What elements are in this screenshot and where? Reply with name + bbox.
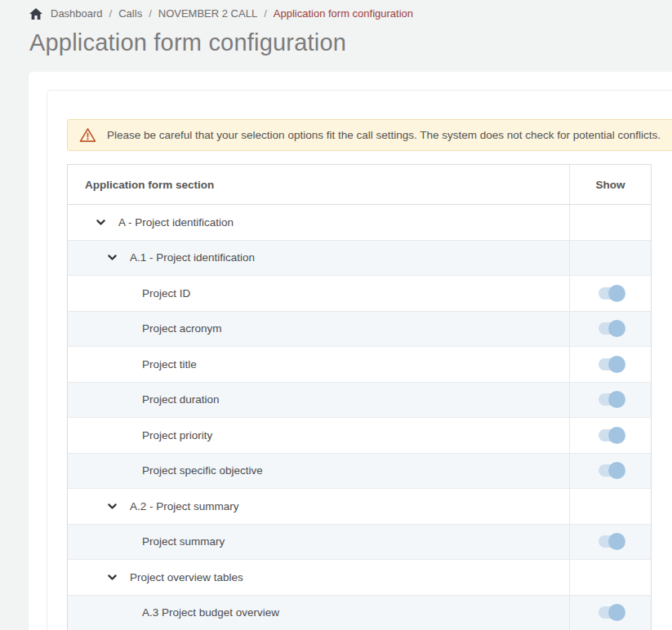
show-toggle[interactable] [599, 535, 622, 548]
warning-text: Please be careful that your selection op… [107, 129, 661, 141]
show-cell [569, 276, 651, 311]
breadcrumb-separator: / [109, 7, 113, 20]
show-cell [569, 489, 651, 524]
show-cell [569, 454, 651, 489]
show-cell [569, 347, 651, 382]
chevron-down-icon[interactable] [107, 572, 118, 583]
section-cell: Project overview tables [68, 560, 569, 595]
section-cell: A.2 - Project summary [68, 489, 569, 524]
section-label: Project specific objective [142, 464, 263, 477]
toggle-knob[interactable] [608, 320, 625, 337]
table-row[interactable]: A - Project identification [68, 205, 651, 241]
breadcrumb: Dashboard/Calls/NOVEMBER 2 CALL/Applicat… [0, 0, 672, 20]
table-row: Project specific objective [68, 454, 651, 490]
table-row: Project ID [68, 276, 651, 312]
warning-banner: Please be careful that your selection op… [67, 119, 672, 151]
table-row: Project summary [68, 525, 651, 561]
toggle-knob[interactable] [608, 462, 625, 479]
section-label: Project duration [142, 393, 220, 406]
application-form-table: Application form section Show A - Projec… [67, 164, 652, 630]
show-cell [569, 596, 651, 630]
page-title: Application form configuration [29, 29, 672, 56]
breadcrumb-separator: / [149, 7, 152, 20]
section-label: A.3 Project budget overview [142, 606, 279, 619]
section-cell: Project acronym [68, 312, 569, 347]
section-label: Project acronym [142, 322, 222, 335]
section-label: Project overview tables [130, 571, 243, 583]
show-cell [569, 241, 651, 276]
table-header-row: Application form section Show [68, 165, 651, 205]
show-toggle[interactable] [599, 464, 622, 477]
section-label: A.2 - Project summary [130, 500, 239, 512]
home-icon[interactable] [29, 8, 42, 20]
table-row[interactable]: A.1 - Project identification [68, 241, 651, 277]
table-row: Project duration [68, 383, 651, 419]
breadcrumb-item[interactable]: Dashboard [51, 7, 103, 20]
table-row[interactable]: Project overview tables [68, 560, 651, 596]
show-cell [569, 560, 651, 595]
section-label: A - Project identification [118, 216, 234, 228]
content-card: Please be careful that your selection op… [29, 72, 672, 630]
show-cell [569, 525, 651, 560]
table-row: Project acronym [68, 312, 651, 348]
section-label: Project priority [142, 429, 212, 441]
section-cell: A.3 Project budget overview [68, 596, 569, 630]
table-body: A - Project identificationA.1 - Project … [68, 205, 651, 630]
section-cell: Project specific objective [68, 454, 569, 489]
show-toggle[interactable] [599, 429, 622, 441]
show-toggle[interactable] [599, 287, 622, 299]
toggle-knob[interactable] [608, 533, 625, 550]
toggle-knob[interactable] [608, 427, 625, 444]
section-cell: A - Project identification [68, 205, 569, 240]
section-label: Project summary [142, 535, 225, 548]
table-row: A.3 Project budget overview [68, 596, 651, 630]
section-label: A.1 - Project identification [130, 251, 255, 264]
table-row[interactable]: A.2 - Project summary [68, 489, 651, 525]
section-label: Project ID [142, 287, 190, 299]
show-cell [569, 418, 651, 453]
toggle-knob[interactable] [608, 356, 625, 373]
breadcrumb-separator: / [264, 7, 267, 20]
section-cell: A.1 - Project identification [68, 241, 569, 276]
chevron-down-icon[interactable] [107, 501, 118, 512]
chevron-down-icon[interactable] [107, 252, 118, 263]
show-cell [569, 383, 651, 418]
page: Dashboard/Calls/NOVEMBER 2 CALL/Applicat… [0, 0, 672, 56]
breadcrumb-item[interactable]: NOVEMBER 2 CALL [158, 7, 257, 20]
chevron-down-icon[interactable] [96, 217, 106, 228]
show-toggle[interactable] [599, 393, 622, 406]
section-cell: Project ID [68, 276, 569, 311]
show-toggle[interactable] [599, 358, 622, 370]
show-toggle[interactable] [599, 606, 622, 619]
table-row: Project title [68, 347, 651, 383]
section-label: Project title [142, 358, 197, 370]
column-header-show: Show [569, 165, 651, 204]
config-panel: Please be careful that your selection op… [47, 90, 672, 630]
toggle-knob[interactable] [608, 391, 625, 408]
show-cell [569, 312, 651, 347]
breadcrumb-items: Dashboard/Calls/NOVEMBER 2 CALL/Applicat… [51, 7, 413, 20]
toggle-knob[interactable] [608, 604, 625, 621]
warning-triangle-icon [79, 127, 96, 143]
show-cell [569, 205, 651, 240]
section-cell: Project title [68, 347, 569, 382]
section-cell: Project priority [68, 418, 569, 453]
section-cell: Project duration [68, 383, 569, 418]
breadcrumb-item: Application form configuration [274, 7, 413, 20]
column-header-section: Application form section [68, 165, 569, 204]
toggle-knob[interactable] [608, 285, 625, 302]
table-row: Project priority [68, 418, 651, 454]
show-toggle[interactable] [599, 322, 622, 335]
breadcrumb-item[interactable]: Calls [118, 7, 142, 20]
section-cell: Project summary [68, 525, 569, 560]
